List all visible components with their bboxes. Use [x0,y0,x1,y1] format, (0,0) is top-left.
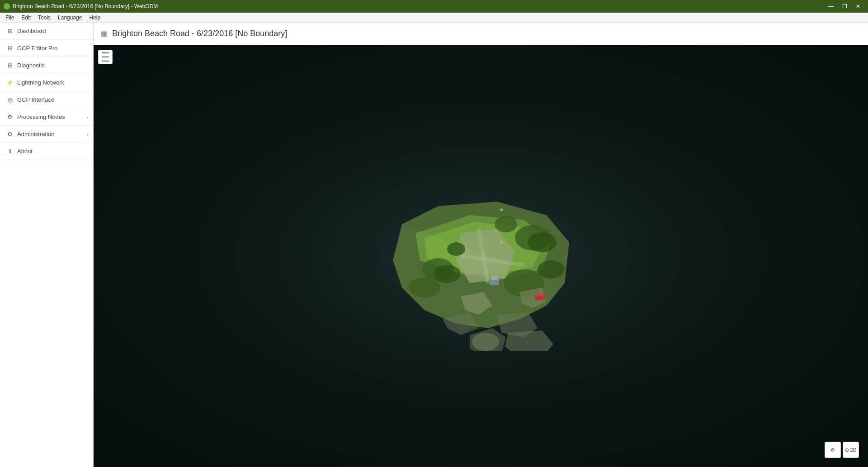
restore-button[interactable]: ❐ [838,2,851,11]
settings-icon: ⚙ [830,447,835,453]
menubar: File Edit Tools Language Help [0,13,868,23]
viewer-menu-toggle[interactable] [98,50,113,64]
about-icon: ℹ [6,148,14,155]
sidebar-item-administration[interactable]: ⚙ Administration ‹ [0,126,93,143]
page-title-cube-icon: ▦ [101,29,108,38]
gcp-editor-icon: ⊞ [6,45,14,52]
sidebar-item-label: GCP Editor Pro [17,45,57,52]
titlebar-controls: — ❐ ✕ [825,2,864,11]
hamburger-line-3 [102,61,109,61]
sidebar-item-diagnostic[interactable]: ⊞ Diagnostic [0,57,93,74]
svg-rect-21 [537,293,544,296]
page-header: ▦ Brighton Beach Road - 6/23/2016 [No Bo… [94,23,868,45]
toggle-2d-label: 2D [850,447,856,453]
menu-help[interactable]: Help [85,14,104,22]
terrain-svg [379,179,583,351]
main-content: ▦ Brighton Beach Road - 6/23/2016 [No Bo… [94,23,868,467]
processing-nodes-arrow: ‹ [87,114,89,120]
sidebar: ⊞ Dashboard ⊞ GCP Editor Pro ⊞ Diagnosti… [0,23,94,467]
settings-button[interactable]: ⚙ [825,442,841,458]
svg-point-30 [500,241,503,244]
sidebar-item-processing-nodes[interactable]: ⚙ Processing Nodes ‹ [0,108,93,126]
toggle-2d-icon: ⊕ [845,447,849,453]
svg-rect-19 [491,276,498,280]
sidebar-item-gcp-interface[interactable]: ◎ GCP Interface [0,91,93,108]
processing-nodes-icon: ⚙ [6,113,14,120]
diagnostic-icon: ⊞ [6,62,14,69]
svg-point-27 [472,333,499,351]
hamburger-line-2 [102,57,109,57]
sidebar-item-label: Processing Nodes [17,113,65,120]
administration-icon: ⚙ [6,131,14,137]
toggle-2d-button[interactable]: ⊕ 2D [843,442,859,458]
sidebar-item-dashboard[interactable]: ⊞ Dashboard [0,23,93,40]
sidebar-item-label: Dashboard [17,28,46,34]
sidebar-item-label: GCP Interface [17,96,54,103]
gcp-interface-icon: ◎ [6,96,14,103]
titlebar-icon [4,3,10,9]
sidebar-item-lightning-network[interactable]: ⚡ Lightning Network [0,74,93,91]
3d-viewer[interactable]: ⚙ ⊕ 2D [94,45,868,467]
titlebar-title: Brighton Beach Road - 6/23/2016 [No Boun… [13,3,158,9]
svg-point-31 [489,261,491,264]
administration-arrow: ‹ [87,132,89,137]
sidebar-item-about[interactable]: ℹ About [0,143,93,160]
close-button[interactable]: ✕ [852,2,864,11]
lightning-icon: ⚡ [6,79,14,86]
sidebar-item-label: Lightning Network [17,79,64,86]
menu-tools[interactable]: Tools [34,14,54,22]
dashboard-icon: ⊞ [6,28,14,34]
svg-point-29 [500,208,503,211]
page-title: Brighton Beach Road - 6/23/2016 [No Boun… [112,29,287,38]
titlebar-left: Brighton Beach Road - 6/23/2016 [No Boun… [4,3,158,9]
menu-edit[interactable]: Edit [18,14,34,22]
svg-point-15 [409,278,440,297]
titlebar: Brighton Beach Road - 6/23/2016 [No Boun… [0,0,868,13]
app: ⊞ Dashboard ⊞ GCP Editor Pro ⊞ Diagnosti… [0,23,868,467]
sidebar-item-label: Diagnostic [17,62,45,69]
terrain-model [379,179,583,351]
menu-language[interactable]: Language [54,14,85,22]
sidebar-item-label: Administration [17,131,54,137]
svg-point-24 [455,314,471,325]
hamburger-line-1 [102,52,109,53]
sidebar-item-gcp-editor-pro[interactable]: ⊞ GCP Editor Pro [0,40,93,57]
minimize-button[interactable]: — [825,2,837,11]
sidebar-item-label: About [17,148,33,155]
svg-point-8 [434,265,461,283]
viewer-controls: ⚙ ⊕ 2D [825,442,859,458]
menu-file[interactable]: File [2,14,18,22]
